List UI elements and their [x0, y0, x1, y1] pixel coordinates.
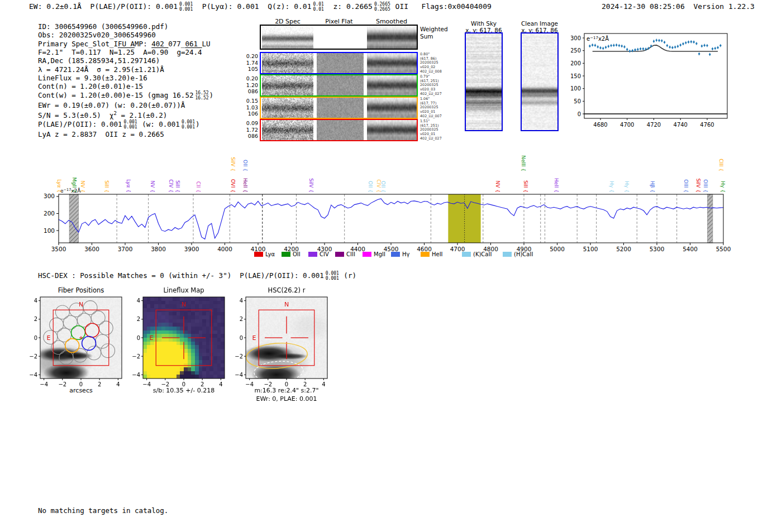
species-line-label: SiIV { [230, 157, 236, 171]
main-x-tick-label: 5500 [716, 246, 731, 252]
row-left-labels: 0.151.03106 [241, 98, 258, 117]
with-sky-image-frame [465, 32, 503, 131]
species-line-label: CII { [196, 181, 201, 193]
row-left-label: 086 [241, 88, 258, 95]
inset-data-point [647, 47, 649, 49]
inset-y-tick-label: 150 [571, 73, 581, 79]
info-line: RA,Dec (185.285934,51.297146) [38, 56, 213, 65]
inset-data-point [605, 46, 607, 48]
row-right-label: 402_LU_008 [420, 70, 442, 74]
legend-swatch [391, 252, 400, 257]
inset-data-point [594, 44, 596, 46]
legend-swatch [308, 252, 317, 257]
inset-x-tick-label: 4700 [620, 122, 634, 128]
inset-data-point [610, 45, 612, 46]
row-right-labels: 0.80"(617, 86)20200325v020_02402_LU_008 [420, 52, 442, 74]
map-y-tick-label: −4 [235, 372, 243, 378]
row-right-labels: 1.51"(617, 251)20200325v020_01402_LU_027 [420, 119, 442, 141]
main-spectrum-svg: 3500360037003800390040004100420043004400… [34, 148, 737, 260]
stacked-uncertainty: 0.010.01 [313, 2, 324, 12]
smoothed-strip [367, 98, 417, 118]
inset-data-point [680, 44, 681, 46]
clean-image-frame [521, 32, 559, 131]
masked-region-band [69, 194, 79, 243]
species-line-label: HeII { [242, 178, 248, 193]
elixer-report-page: EW: 0.2±0.1Å P(LAE)/P(OII): 0.0010.0010.… [0, 0, 782, 532]
info-line: EWr = 0.19(±0.07) (w: 0.20(±0.07))Å [38, 101, 213, 109]
legend-swatch [335, 252, 344, 257]
pixelflat-strip [317, 120, 364, 140]
with-sky-title: With Skyx, y: 617, 86 [465, 20, 502, 33]
inset-data-point [695, 42, 697, 44]
legend-swatch [363, 252, 371, 257]
species-line-label: NV { [495, 181, 500, 193]
compass-north-label: N [284, 301, 289, 308]
main-flux-units-label: e−17x2Å [60, 188, 81, 194]
row-left-label: 0.20 [241, 75, 258, 82]
main-x-tick-label: 5400 [683, 246, 698, 252]
inset-data-point [719, 45, 721, 46]
detection-info-block: ID: 3006549960 (3006549960.pdf)Obs: 2020… [38, 22, 213, 138]
header-summary-line: EW: 0.2±0.1Å P(LAE)/P(OII): 0.0010.0010.… [29, 2, 492, 12]
map-y-tick-label: 2 [34, 316, 37, 322]
stacked-uncertainty: 0.26650.2665 [374, 2, 390, 12]
map-y-tick-label: −2 [235, 353, 243, 360]
info-line: ID: 3006549960 (3006549960.pdf) [38, 22, 213, 31]
row-left-label: 0.20 [241, 53, 258, 60]
info-line: LyA z = 2.8837 OII z = 0.2665 [38, 130, 213, 138]
frac-lower: 0.001 [179, 7, 193, 12]
species-line-label: HeII { [554, 178, 559, 193]
inset-data-point [706, 45, 708, 46]
weighted-sum-row [260, 25, 418, 50]
row-left-label: 086 [241, 133, 258, 140]
map-x-tick-label: −4 [245, 381, 254, 387]
species-line-label: SiII { [104, 180, 109, 193]
species-line-label: Hγ { [624, 181, 630, 193]
inset-data-point [653, 40, 655, 42]
footer-notes: No matching targets in catalog. Row inte… [38, 489, 168, 532]
inset-data-point [688, 41, 689, 43]
legend-label: (K)CaII [473, 251, 492, 257]
map-y-tick-label: −2 [132, 353, 140, 360]
map-x-tick-label: 0 [182, 381, 185, 387]
legend-swatch [254, 252, 263, 257]
fiber-circle [83, 301, 97, 315]
spectrum-line [59, 199, 723, 239]
inset-data-point [618, 45, 620, 46]
species-line-label: Hγ { [720, 181, 726, 193]
map-x-tick-label: −2 [58, 381, 66, 387]
inset-y-tick-label: 250 [571, 47, 581, 54]
fiber-circle-orange [65, 339, 79, 353]
masked-region-band [707, 194, 713, 243]
main-x-tick-label: 4600 [417, 246, 432, 252]
inset-data-point [658, 40, 660, 41]
row-left-label: 1.20 [241, 82, 258, 89]
map-y-tick-label: 4 [240, 298, 243, 304]
stacked-uncertainty: 0.0010.001 [182, 120, 195, 130]
main-x-tick-label: 4000 [217, 246, 232, 252]
inset-data-point [637, 49, 638, 50]
species-line-label: OIII { [683, 179, 689, 193]
inset-data-point [712, 48, 713, 50]
species-line-label: Hγ { [609, 181, 614, 193]
frac-lower: 0.001 [182, 125, 195, 130]
spec2d-strip [262, 98, 313, 118]
map-y-tick-label: 0 [34, 335, 37, 341]
weighted-label-line2: Sum [420, 33, 448, 40]
smoothed-strip [367, 53, 417, 73]
fiber-circle [63, 315, 77, 329]
main-x-tick-label: 3600 [84, 246, 99, 252]
row-right-label: 402_LU_007 [420, 114, 442, 119]
info-line: P(LAE)/P(OII): 0.0010.0010.001 (w: 0.001… [38, 120, 213, 130]
row-left-label: 1.74 [241, 60, 258, 66]
fiber-circle [99, 321, 113, 335]
inset-data-point [669, 46, 670, 48]
superscript: 2 [113, 111, 116, 116]
frac-lower: 0.01 [313, 7, 324, 12]
map-y-tick-label: 0 [240, 335, 243, 341]
inset-data-point [698, 53, 700, 55]
row-left-label: 105 [241, 66, 258, 73]
inset-data-point [599, 47, 601, 49]
main-x-tick-label: 3900 [184, 246, 199, 252]
spec2d-strip [262, 120, 313, 140]
